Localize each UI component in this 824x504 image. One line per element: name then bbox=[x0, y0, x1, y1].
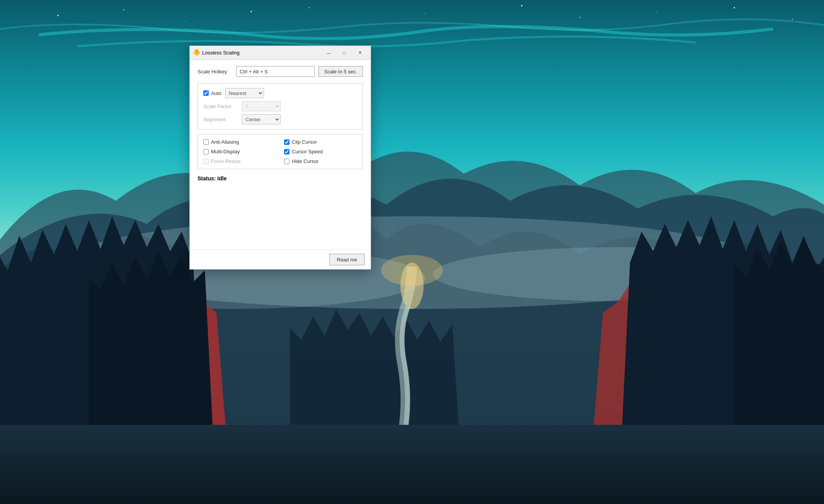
force-resize-text: Force Resize bbox=[211, 158, 241, 164]
title-bar: 🐥 Lossless Scaling — □ ✕ bbox=[190, 46, 371, 60]
alignment-dropdown[interactable]: Center Top Bottom Left Right bbox=[242, 114, 281, 124]
multi-display-checkbox[interactable] bbox=[203, 149, 209, 154]
auto-checkbox[interactable] bbox=[203, 90, 209, 96]
multi-display-label[interactable]: Multi-Display bbox=[203, 149, 276, 154]
auto-row: Auto Nearest xBR AMD FSR NIS Anime4K bbox=[203, 88, 357, 98]
force-resize-checkbox[interactable] bbox=[203, 159, 209, 164]
force-resize-label[interactable]: Force Resize bbox=[203, 158, 276, 164]
auto-checkbox-label[interactable]: Auto bbox=[203, 90, 221, 96]
hide-cursor-text: Hide Cursor bbox=[292, 158, 318, 164]
app-icon: 🐥 bbox=[193, 49, 200, 56]
options-section: Anti-Aliasing Clip Cursor Multi-Display … bbox=[197, 134, 363, 169]
clip-cursor-label[interactable]: Clip Cursor bbox=[284, 139, 357, 145]
cursor-speed-checkbox[interactable] bbox=[284, 149, 289, 154]
application-window: 🐥 Lossless Scaling — □ ✕ Scale Hotkey Sc… bbox=[189, 46, 371, 270]
hide-cursor-label[interactable]: Hide Cursor bbox=[284, 158, 357, 164]
window-controls: — □ ✕ bbox=[321, 47, 368, 59]
scale-factor-label: Scale Factor bbox=[203, 104, 238, 109]
minimize-button[interactable]: — bbox=[321, 47, 337, 59]
hotkey-input[interactable] bbox=[236, 66, 315, 77]
status-text: Status: Idle bbox=[197, 175, 226, 182]
alignment-row: Alignment Center Top Bottom Left Right bbox=[203, 114, 357, 124]
close-button[interactable]: ✕ bbox=[352, 47, 368, 59]
window-title: Lossless Scaling bbox=[202, 50, 321, 56]
cursor-speed-label[interactable]: Cursor Speed bbox=[284, 149, 357, 154]
read-me-button[interactable]: Read me bbox=[329, 254, 364, 265]
hotkey-label: Scale Hotkey bbox=[197, 69, 232, 75]
scale-in-5-button[interactable]: Scale In 5 sec. bbox=[318, 66, 363, 77]
hide-cursor-checkbox[interactable] bbox=[284, 159, 289, 164]
anti-aliasing-label[interactable]: Anti-Aliasing bbox=[203, 139, 276, 145]
anti-aliasing-checkbox[interactable] bbox=[203, 139, 209, 145]
maximize-button[interactable]: □ bbox=[337, 47, 352, 59]
window-content: Scale Hotkey Scale In 5 sec. Auto Neares… bbox=[190, 60, 371, 249]
window-footer: Read me bbox=[190, 249, 371, 269]
scale-type-section: Auto Nearest xBR AMD FSR NIS Anime4K Sca… bbox=[197, 83, 363, 129]
nearest-dropdown[interactable]: Nearest xBR AMD FSR NIS Anime4K bbox=[225, 88, 264, 98]
hotkey-row: Scale Hotkey Scale In 5 sec. bbox=[197, 66, 363, 77]
anti-aliasing-text: Anti-Aliasing bbox=[211, 139, 239, 145]
scale-factor-dropdown[interactable]: 2 1 3 4 bbox=[242, 101, 281, 111]
auto-label: Auto bbox=[211, 90, 221, 96]
clip-cursor-text: Clip Cursor bbox=[292, 139, 317, 145]
cursor-speed-text: Cursor Speed bbox=[292, 149, 323, 154]
alignment-label: Alignment bbox=[203, 117, 238, 122]
multi-display-text: Multi-Display bbox=[211, 149, 240, 154]
scale-factor-row: Scale Factor 2 1 3 4 bbox=[203, 101, 357, 111]
clip-cursor-checkbox[interactable] bbox=[284, 139, 289, 145]
status-row: Status: Idle bbox=[197, 174, 363, 183]
